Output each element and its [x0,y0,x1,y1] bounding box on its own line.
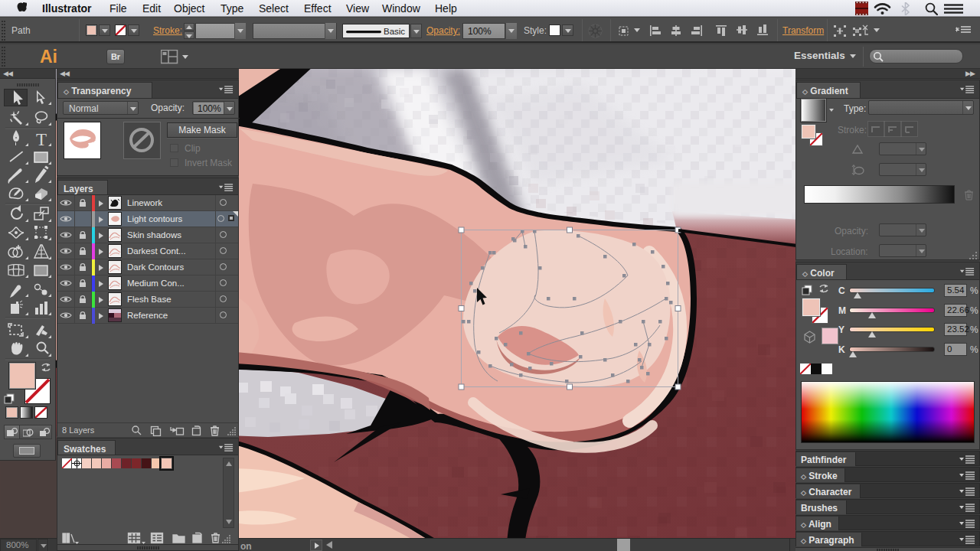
svg-text:T: T [36,130,47,149]
